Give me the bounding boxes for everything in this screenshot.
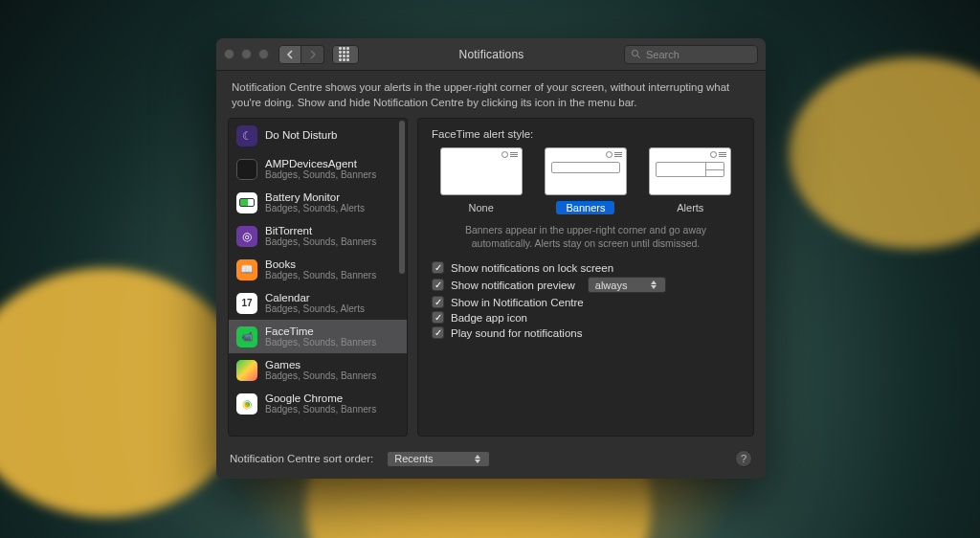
sidebar-item-label: Do Not Disturb: [265, 129, 337, 142]
style-label-alerts: Alerts: [667, 201, 713, 214]
close-button[interactable]: [224, 49, 234, 59]
help-button[interactable]: ?: [735, 450, 752, 467]
footer: Notification Centre sort order: Recents …: [216, 444, 766, 479]
dnd-icon: [236, 125, 257, 146]
sidebar-item-label: Battery Monitor: [265, 191, 365, 204]
window-title: Notifications: [359, 48, 624, 61]
label-lock-screen: Show notifications on lock screen: [451, 262, 613, 274]
zoom-button[interactable]: [258, 49, 269, 59]
back-button[interactable]: [278, 45, 301, 64]
sidebar-item-caption: Badges, Sounds, Banners: [265, 169, 376, 180]
sidebar-item-label: Calendar: [265, 292, 365, 304]
style-label-banners: Banners: [556, 201, 614, 214]
alert-style-alerts[interactable]: Alerts: [649, 147, 731, 214]
sidebar-item-caption: Badges, Sounds, Banners: [265, 404, 376, 415]
bit-icon: [236, 226, 257, 247]
sidebar-item-caption: Badges, Sounds, Banners: [265, 270, 376, 280]
ft-icon: [236, 326, 257, 347]
bat-icon: [236, 192, 257, 213]
checkbox-preview[interactable]: ✓: [432, 279, 444, 291]
label-sound: Play sound for notifications: [451, 327, 582, 339]
sidebar-item-calendar[interactable]: CalendarBadges, Sounds, Alerts: [229, 286, 407, 320]
sidebar-item-books[interactable]: BooksBadges, Sounds, Banners: [229, 253, 407, 286]
titlebar: Notifications Search: [216, 38, 766, 71]
sidebar-item-label: Books: [265, 258, 376, 271]
sidebar-item-facetime[interactable]: FaceTimeBadges, Sounds, Banners: [229, 320, 407, 353]
sidebar-item-caption: Badges, Sounds, Banners: [265, 236, 376, 247]
cal-icon: [236, 293, 257, 314]
alert-style-none[interactable]: None: [440, 147, 523, 214]
sort-order-value: Recents: [394, 453, 433, 464]
sort-order-label: Notification Centre sort order:: [230, 453, 373, 464]
alert-style-heading: FaceTime alert style:: [432, 128, 740, 140]
sidebar-item-label: AMPDevicesAgent: [265, 158, 376, 170]
book-icon: [236, 259, 257, 280]
preview-none: [440, 147, 523, 195]
sidebar-item-caption: Badges, Sounds, Alerts: [265, 203, 365, 213]
style-label-none: None: [459, 201, 503, 214]
preferences-window: Notifications Search Notification Centre…: [216, 38, 766, 479]
sidebar-item-label: BitTorrent: [265, 225, 376, 237]
games-icon: [236, 360, 257, 381]
preview-select-value: always: [595, 280, 628, 291]
sidebar-item-games[interactable]: GamesBadges, Sounds, Banners: [229, 353, 407, 387]
show-all-button[interactable]: [332, 45, 359, 64]
preview-banners: [545, 147, 627, 195]
search-placeholder: Search: [646, 49, 679, 60]
style-hint: Banners appear in the upper-right corner…: [437, 224, 734, 250]
alert-style-banners[interactable]: Banners: [545, 147, 627, 214]
search-input[interactable]: Search: [624, 45, 758, 64]
checkbox-badge[interactable]: ✓: [432, 311, 444, 324]
label-preview: Show notification preview: [451, 280, 575, 291]
description-text: Notification Centre shows your alerts in…: [216, 71, 766, 118]
sidebar-item-google-chrome[interactable]: Google ChromeBadges, Sounds, Banners: [229, 387, 407, 420]
svg-point-0: [632, 50, 637, 56]
minimize-button[interactable]: [241, 49, 252, 59]
sidebar-item-label: Google Chrome: [265, 392, 376, 405]
sidebar-item-caption: Badges, Sounds, Banners: [265, 370, 376, 381]
detail-pane: FaceTime alert style: None Banners: [417, 118, 754, 437]
preview-alerts: [649, 147, 731, 195]
label-badge: Badge app icon: [451, 312, 527, 324]
checkbox-sound[interactable]: ✓: [432, 326, 444, 339]
svg-line-1: [637, 56, 640, 58]
checkbox-lock-screen[interactable]: ✓: [432, 261, 444, 274]
sidebar-item-bittorrent[interactable]: BitTorrentBadges, Sounds, Banners: [229, 219, 407, 253]
window-controls: [224, 49, 269, 59]
scrollbar[interactable]: [399, 121, 405, 274]
chrome-icon: [236, 393, 257, 415]
sort-order-select[interactable]: Recents: [387, 451, 490, 467]
checkbox-notification-centre[interactable]: ✓: [432, 296, 444, 308]
sidebar-item-battery-monitor[interactable]: Battery MonitorBadges, Sounds, Alerts: [229, 186, 407, 219]
forward-button[interactable]: [301, 45, 324, 64]
label-notification-centre: Show in Notification Centre: [451, 297, 584, 308]
preview-select[interactable]: always: [588, 277, 666, 293]
sidebar-item-caption: Badges, Sounds, Banners: [265, 337, 376, 347]
sidebar-item-do-not-disturb[interactable]: Do Not Disturb: [229, 119, 407, 152]
sidebar-item-label: Games: [265, 359, 376, 371]
app-list: Do Not DisturbAMPDevicesAgentBadges, Sou…: [228, 118, 408, 437]
sidebar-item-caption: Badges, Sounds, Alerts: [265, 303, 365, 314]
sidebar-item-label: FaceTime: [265, 325, 376, 338]
sidebar-item-ampdevicesagent[interactable]: AMPDevicesAgentBadges, Sounds, Banners: [229, 152, 407, 186]
amp-icon: [236, 159, 257, 180]
